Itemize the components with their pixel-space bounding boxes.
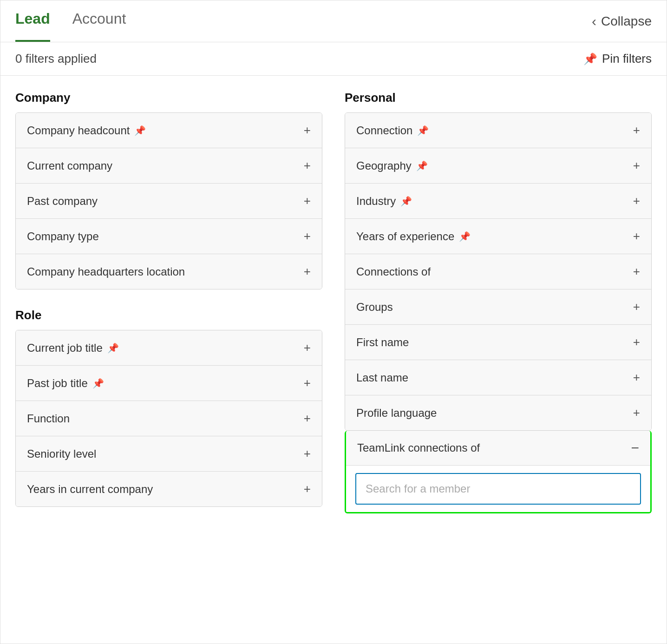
filter-item-function[interactable]: Function + bbox=[16, 401, 322, 436]
add-icon[interactable]: + bbox=[304, 158, 311, 173]
personal-section-title: Personal bbox=[345, 91, 652, 105]
tabs-bar: Lead Account ‹ Collapse bbox=[0, 0, 667, 42]
pin-small-icon: 📌 bbox=[416, 160, 428, 171]
filter-item-connection[interactable]: Connection 📌 + bbox=[345, 113, 651, 148]
add-icon[interactable]: + bbox=[633, 300, 640, 314]
filter-item-seniority-level[interactable]: Seniority level + bbox=[16, 436, 322, 472]
geography-label: Geography bbox=[356, 159, 412, 172]
add-icon[interactable]: + bbox=[633, 194, 640, 208]
add-icon[interactable]: + bbox=[633, 158, 640, 173]
pin-small-icon: 📌 bbox=[134, 125, 146, 136]
add-icon[interactable]: + bbox=[304, 341, 311, 355]
add-icon[interactable]: + bbox=[633, 370, 640, 385]
filter-item-geography[interactable]: Geography 📌 + bbox=[345, 148, 651, 184]
company-hq-label: Company headquarters location bbox=[27, 265, 185, 278]
tab-lead-label: Lead bbox=[15, 10, 50, 27]
app-container: Lead Account ‹ Collapse 0 filters applie… bbox=[0, 0, 667, 644]
company-section: Company Company headcount 📌 + Current co… bbox=[15, 91, 322, 289]
teamlink-search-row bbox=[346, 466, 650, 512]
collapse-label: Collapse bbox=[601, 14, 652, 29]
filters-row: 0 filters applied 📌 Pin filters bbox=[0, 42, 667, 76]
search-for-member-input[interactable] bbox=[355, 473, 641, 505]
personal-filter-card: Connection 📌 + Geography 📌 + bbox=[345, 112, 652, 431]
tab-lead[interactable]: Lead bbox=[15, 0, 50, 42]
pin-small-icon: 📌 bbox=[417, 125, 429, 136]
add-icon[interactable]: + bbox=[304, 376, 311, 390]
chevron-left-icon: ‹ bbox=[592, 13, 596, 29]
left-column: Company Company headcount 📌 + Current co… bbox=[15, 91, 322, 513]
pin-small-icon: 📌 bbox=[459, 231, 471, 242]
add-icon[interactable]: + bbox=[633, 264, 640, 279]
filter-item-current-company[interactable]: Current company + bbox=[16, 148, 322, 184]
industry-label: Industry bbox=[356, 195, 396, 208]
filter-item-groups[interactable]: Groups + bbox=[345, 289, 651, 325]
filter-item-connections-of[interactable]: Connections of + bbox=[345, 254, 651, 289]
filter-item-company-type[interactable]: Company type + bbox=[16, 219, 322, 254]
filter-item-years-in-company[interactable]: Years in current company + bbox=[16, 472, 322, 506]
years-experience-label: Years of experience bbox=[356, 230, 454, 243]
filter-item-years-experience[interactable]: Years of experience 📌 + bbox=[345, 219, 651, 254]
company-section-title: Company bbox=[15, 91, 322, 105]
role-section: Role Current job title 📌 + Past job titl… bbox=[15, 308, 322, 507]
role-filter-card: Current job title 📌 + Past job title 📌 + bbox=[15, 330, 322, 507]
personal-section: Personal Connection 📌 + Geography 📌 bbox=[345, 91, 652, 513]
filter-item-current-job-title[interactable]: Current job title 📌 + bbox=[16, 330, 322, 366]
first-name-label: First name bbox=[356, 336, 409, 349]
add-icon[interactable]: + bbox=[633, 123, 640, 138]
filter-item-past-company[interactable]: Past company + bbox=[16, 184, 322, 219]
teamlink-header[interactable]: TeamLink connections of − bbox=[346, 431, 650, 466]
company-filter-card: Company headcount 📌 + Current company + bbox=[15, 112, 322, 289]
past-company-label: Past company bbox=[27, 195, 98, 208]
pin-small-icon: 📌 bbox=[107, 342, 119, 354]
connections-of-label: Connections of bbox=[356, 265, 431, 278]
role-section-title: Role bbox=[15, 308, 322, 322]
remove-icon[interactable]: − bbox=[631, 441, 639, 455]
company-headcount-label: Company headcount bbox=[27, 124, 130, 137]
pin-small-icon: 📌 bbox=[400, 196, 412, 207]
past-job-title-label: Past job title bbox=[27, 377, 88, 390]
add-icon[interactable]: + bbox=[304, 264, 311, 279]
filter-item-first-name[interactable]: First name + bbox=[345, 325, 651, 360]
groups-label: Groups bbox=[356, 301, 393, 314]
seniority-level-label: Seniority level bbox=[27, 447, 96, 460]
teamlink-label: TeamLink connections of bbox=[357, 441, 480, 454]
pin-filters-button[interactable]: 📌 Pin filters bbox=[583, 52, 652, 66]
filter-item-past-job-title[interactable]: Past job title 📌 + bbox=[16, 366, 322, 401]
filter-item-company-headcount[interactable]: Company headcount 📌 + bbox=[16, 113, 322, 148]
filters-applied-count: 0 filters applied bbox=[15, 52, 97, 66]
add-icon[interactable]: + bbox=[633, 335, 640, 349]
connection-label: Connection bbox=[356, 124, 412, 137]
filter-item-industry[interactable]: Industry 📌 + bbox=[345, 184, 651, 219]
add-icon[interactable]: + bbox=[304, 447, 311, 461]
add-icon[interactable]: + bbox=[304, 482, 311, 496]
add-icon[interactable]: + bbox=[633, 229, 640, 243]
last-name-label: Last name bbox=[356, 371, 408, 384]
tabs-left: Lead Account bbox=[15, 0, 126, 42]
pin-icon: 📌 bbox=[583, 53, 597, 66]
tab-account-label: Account bbox=[72, 10, 126, 27]
function-label: Function bbox=[27, 412, 70, 425]
current-company-label: Current company bbox=[27, 159, 112, 172]
profile-language-label: Profile language bbox=[356, 407, 437, 420]
current-job-title-label: Current job title bbox=[27, 342, 103, 355]
company-type-label: Company type bbox=[27, 230, 99, 243]
years-in-company-label: Years in current company bbox=[27, 483, 153, 496]
right-column: Personal Connection 📌 + Geography 📌 bbox=[345, 91, 652, 513]
pin-small-icon: 📌 bbox=[92, 378, 104, 389]
filter-item-company-hq[interactable]: Company headquarters location + bbox=[16, 254, 322, 289]
teamlink-section: TeamLink connections of − bbox=[345, 431, 652, 513]
add-icon[interactable]: + bbox=[633, 406, 640, 420]
add-icon[interactable]: + bbox=[304, 194, 311, 208]
pin-filters-label: Pin filters bbox=[602, 52, 652, 66]
filter-item-last-name[interactable]: Last name + bbox=[345, 360, 651, 395]
collapse-button[interactable]: ‹ Collapse bbox=[592, 13, 652, 29]
add-icon[interactable]: + bbox=[304, 229, 311, 243]
main-content: Company Company headcount 📌 + Current co… bbox=[0, 76, 667, 528]
filter-item-profile-language[interactable]: Profile language + bbox=[345, 395, 651, 430]
tab-account[interactable]: Account bbox=[72, 0, 126, 42]
add-icon[interactable]: + bbox=[304, 411, 311, 426]
add-icon[interactable]: + bbox=[304, 123, 311, 138]
